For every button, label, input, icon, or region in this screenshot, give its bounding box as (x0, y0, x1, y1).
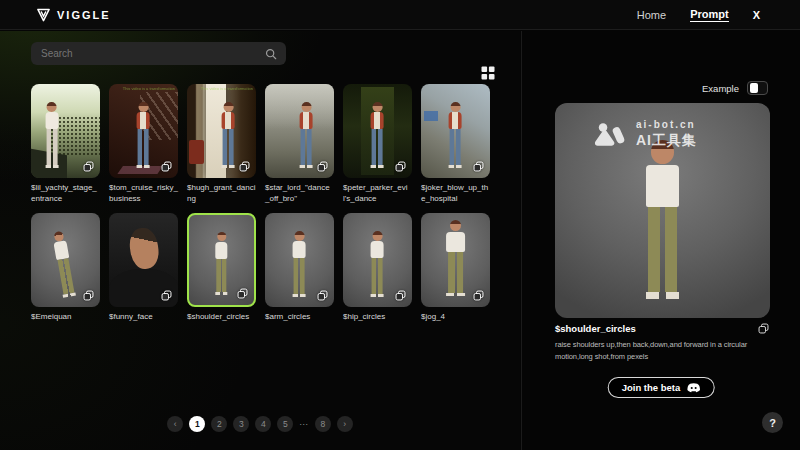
copy-badge-icon (394, 289, 407, 302)
thumbnail-label: $lil_yachty_stage_entrance (31, 183, 100, 205)
brand-name: VIGGLE (57, 9, 111, 21)
viggle-v-icon (36, 8, 51, 22)
thumbnail-image[interactable] (265, 84, 334, 178)
thumbnail-image[interactable] (109, 213, 178, 307)
page-button-8[interactable]: 8 (315, 416, 331, 432)
ellipsis-button: ⋯ (299, 416, 309, 432)
page-button-3[interactable]: 3 (233, 416, 249, 432)
thumbnail-label: $funny_face (109, 312, 178, 323)
thumbnail-shoulder_circles[interactable]: $shoulder_circles (187, 213, 256, 342)
discord-icon (686, 383, 700, 393)
copy-badge-icon (394, 160, 407, 173)
thumbnail-label: $Emeiquan (31, 312, 100, 323)
video-note: This video is a transformation (123, 86, 175, 91)
grid-view-icon[interactable] (480, 65, 496, 81)
thumbnail-image[interactable] (421, 84, 490, 178)
top-bar: VIGGLE Home Prompt X (0, 0, 800, 30)
next-button[interactable]: › (337, 416, 353, 432)
thumbnail-label: $peter_parker_evil's_dance (343, 183, 412, 205)
thumbnail-image[interactable] (343, 84, 412, 178)
person-figure (39, 102, 64, 172)
thumbnail-star_lord_dance_off_bro[interactable]: $star_lord_"dance_off_bro" (265, 84, 334, 213)
thumbnail-funny_face[interactable]: $funny_face (109, 213, 178, 342)
person-figure (131, 102, 156, 172)
thumbnail-label: $joker_blow_up_the_hospital (421, 183, 490, 205)
thumbnail-label: $hip_circles (343, 312, 412, 323)
copy-badge-icon (472, 160, 485, 173)
page-button-5[interactable]: 5 (277, 416, 293, 432)
thumbnail-label: $hugh_grant_dancing (187, 183, 256, 205)
thumbnail-image[interactable] (187, 213, 256, 307)
thumbnail-lil_yachty_stage_entrance[interactable]: $lil_yachty_stage_entrance (31, 84, 100, 213)
watermark-text: ai-bot.cn AI工具集 (636, 119, 697, 150)
thumbnail-label: $tom_cruise_risky_business (109, 183, 178, 205)
thumbnail-label: $jog_4 (421, 312, 490, 323)
preview-image[interactable]: ai-bot.cn AI工具集 (555, 103, 770, 318)
search-icon (265, 48, 277, 60)
video-note: This video is a transformation (201, 86, 253, 91)
thumbnail-hugh_grant_dancing[interactable]: This video is a transformation $hugh_gra… (187, 84, 256, 213)
prev-button[interactable]: ‹ (167, 416, 183, 432)
person-figure (45, 229, 82, 302)
person-figure (365, 102, 390, 172)
person-figure (210, 232, 233, 299)
thumbnail-image[interactable]: This video is a transformation (109, 84, 178, 178)
preview-panel: Example ai-bot.cn AI工具集 $shoulder_circle… (521, 31, 800, 450)
copy-icon[interactable] (757, 322, 770, 335)
copy-badge-icon (160, 160, 173, 173)
search-input[interactable] (31, 48, 265, 59)
help-button[interactable]: ? (762, 412, 783, 433)
example-row: Example (702, 81, 768, 95)
preview-title: $shoulder_circles (555, 323, 636, 334)
person-figure (287, 231, 312, 301)
thumbnail-hip_circles[interactable]: $hip_circles (343, 213, 412, 342)
viggle-logo[interactable]: VIGGLE (36, 0, 111, 30)
watermark-name: AI工具集 (636, 132, 697, 150)
watermark-site: ai-bot.cn (636, 119, 697, 130)
thumbnail-image[interactable] (421, 213, 490, 307)
example-label: Example (702, 83, 739, 94)
search-bar[interactable] (31, 42, 286, 65)
watermark: ai-bot.cn AI工具集 (593, 119, 697, 150)
preview-title-row: $shoulder_circles (555, 322, 770, 335)
join-beta-button[interactable]: Join the beta (608, 377, 715, 398)
person-figure (443, 102, 468, 172)
copy-badge-icon (82, 289, 95, 302)
thumbnail-image[interactable] (343, 213, 412, 307)
copy-badge-icon (316, 289, 329, 302)
thumbnail-peter_parker_evils_dance[interactable]: $peter_parker_evil's_dance (343, 84, 412, 213)
thumbnail-label: $star_lord_"dance_off_bro" (265, 183, 334, 205)
template-grid: $lil_yachty_stage_entrance This video is… (31, 84, 490, 342)
thumbnail-label: $arm_circles (265, 312, 334, 323)
copy-badge-icon (82, 160, 95, 173)
copy-badge-icon (160, 289, 173, 302)
thumbnail-image[interactable]: This video is a transformation (187, 84, 256, 178)
copy-badge-icon (316, 160, 329, 173)
thumbnail-arm_circles[interactable]: $arm_circles (265, 213, 334, 342)
thumbnail-emeiquan[interactable]: $Emeiquan (31, 213, 100, 342)
nav-x-icon[interactable]: X (753, 9, 760, 22)
nav-home[interactable]: Home (637, 9, 666, 22)
example-toggle[interactable] (747, 81, 768, 95)
person-figure (365, 231, 390, 301)
ai-bot-logo-icon (593, 121, 627, 148)
page-button-1[interactable]: 1 (189, 416, 205, 432)
page-button-4[interactable]: 4 (255, 416, 271, 432)
top-nav: Home Prompt X (637, 0, 760, 30)
thumbnail-image[interactable] (31, 84, 100, 178)
browse-panel: $lil_yachty_stage_entrance This video is… (0, 31, 520, 450)
preview-description: raise shoulders up,then back,down,and fo… (555, 339, 765, 364)
nav-prompt[interactable]: Prompt (690, 8, 729, 22)
thumbnail-image[interactable] (265, 213, 334, 307)
page-button-2[interactable]: 2 (211, 416, 227, 432)
thumbnail-label: $shoulder_circles (187, 312, 256, 323)
thumbnail-joker_blow_up_the_hospital[interactable]: $joker_blow_up_the_hospital (421, 84, 490, 213)
copy-badge-icon (238, 160, 251, 173)
copy-badge-icon (236, 287, 249, 300)
pagination: ‹12345⋯8› (0, 416, 520, 432)
thumbnail-jog_4[interactable]: $jog_4 (421, 213, 490, 342)
thumbnail-tom_cruise_risky_business[interactable]: This video is a transformation $tom_crui… (109, 84, 178, 213)
person-figure (438, 220, 474, 301)
thumbnail-image[interactable] (31, 213, 100, 307)
preview-person-figure (631, 140, 695, 308)
